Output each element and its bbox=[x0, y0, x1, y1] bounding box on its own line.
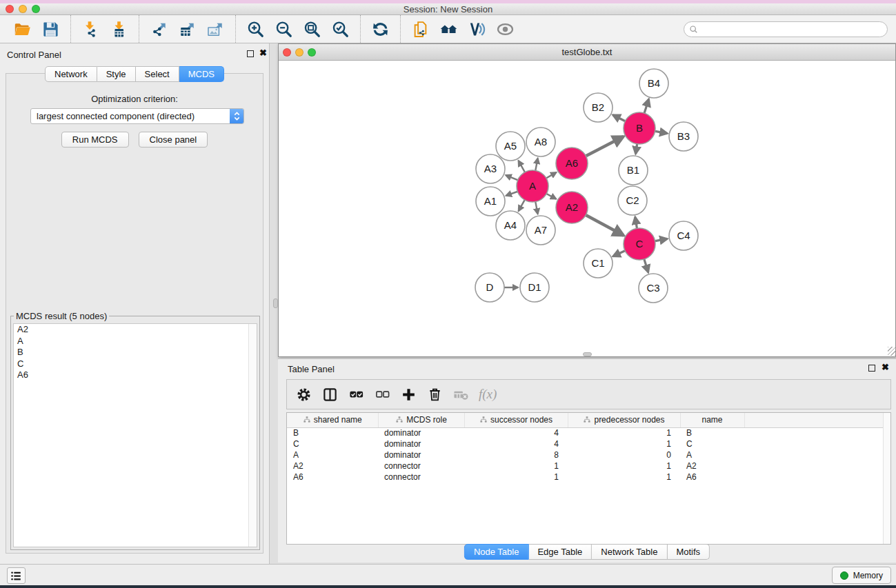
close-panel-button[interactable]: Close panel bbox=[139, 132, 208, 148]
close-panel-icon[interactable]: ✖ bbox=[259, 50, 267, 57]
mcds-result-item[interactable]: A2 bbox=[14, 324, 257, 336]
network-canvas[interactable]: B4B2BB3A5A8A6A3B1AA1C2A2A4A7CC4C1C3DD1 bbox=[279, 61, 895, 356]
tab-network[interactable]: Network bbox=[45, 66, 97, 82]
export-network-button[interactable] bbox=[145, 17, 173, 41]
table-cell[interactable]: 1 bbox=[568, 438, 680, 449]
mcds-result-item[interactable]: A bbox=[14, 336, 257, 347]
table-cell[interactable]: connector bbox=[378, 460, 464, 472]
column-header-predecessor-nodes[interactable]: predecessor nodes bbox=[568, 413, 680, 427]
graphics-details-button[interactable] bbox=[463, 17, 491, 41]
network-horizontal-scroll-thumb[interactable] bbox=[583, 352, 592, 356]
graph-edge-A-A1[interactable] bbox=[506, 192, 519, 196]
tab-node-table[interactable]: Node Table bbox=[464, 544, 529, 560]
export-image-button[interactable] bbox=[201, 17, 230, 41]
tab-style[interactable]: Style bbox=[97, 66, 136, 82]
column-header-successor-nodes[interactable]: successor nodes bbox=[464, 413, 568, 427]
column-header-shared-name[interactable]: shared name bbox=[287, 413, 378, 427]
table-cell[interactable]: 8 bbox=[464, 449, 568, 460]
float-panel-icon[interactable] bbox=[247, 50, 254, 57]
table-cell[interactable]: 1 bbox=[464, 460, 568, 472]
graph-edge-A-A5[interactable] bbox=[519, 161, 526, 173]
table-cell[interactable]: B bbox=[287, 427, 378, 438]
graph-edge-B-B1[interactable] bbox=[636, 143, 637, 154]
table-cell[interactable]: B bbox=[680, 427, 744, 438]
table-cell[interactable]: A2 bbox=[680, 460, 744, 472]
table-row[interactable]: A2connector11A2 bbox=[287, 460, 890, 472]
graph-edge-A-A8[interactable] bbox=[535, 159, 538, 172]
tab-mcds[interactable]: MCDS bbox=[179, 66, 224, 82]
table-row[interactable]: Bdominator41B bbox=[287, 427, 890, 438]
import-table-button[interactable] bbox=[105, 17, 133, 41]
delete-table-button[interactable] bbox=[452, 385, 469, 403]
tab-select[interactable]: Select bbox=[136, 66, 179, 82]
task-history-button[interactable] bbox=[7, 567, 26, 584]
column-settings-button[interactable] bbox=[295, 385, 312, 403]
graph-edge-C-C1[interactable] bbox=[613, 250, 626, 256]
table-float-panel-icon[interactable] bbox=[868, 365, 875, 372]
table-cell[interactable]: 0 bbox=[568, 449, 680, 460]
mcds-result-item[interactable]: C bbox=[14, 358, 257, 370]
mcds-result-list[interactable]: A2ABCA6 bbox=[13, 323, 257, 547]
graph-edge-A-A6[interactable] bbox=[546, 172, 557, 179]
graph-edge-C-C2[interactable] bbox=[635, 217, 637, 230]
table-cell[interactable]: 1 bbox=[568, 472, 680, 483]
graph-edge-B-B4[interactable] bbox=[644, 99, 649, 114]
deselect-all-columns-button[interactable] bbox=[374, 385, 390, 403]
graph-edge-B-B2[interactable] bbox=[613, 115, 626, 122]
mcds-result-item[interactable]: A6 bbox=[14, 369, 257, 381]
graph-edge-C-C3[interactable] bbox=[644, 258, 648, 272]
export-table-button[interactable] bbox=[173, 17, 201, 41]
table-cell[interactable]: A6 bbox=[680, 472, 744, 483]
refresh-button[interactable] bbox=[366, 17, 395, 41]
save-session-button[interactable] bbox=[37, 17, 65, 41]
show-networks-home-button[interactable] bbox=[435, 17, 463, 41]
table-cell[interactable]: C bbox=[287, 438, 378, 449]
tab-edge-table[interactable]: Edge Table bbox=[528, 544, 592, 560]
import-network-button[interactable] bbox=[77, 17, 105, 41]
zoom-fit-button[interactable] bbox=[298, 17, 326, 41]
table-cell[interactable]: A6 bbox=[287, 472, 378, 483]
criterion-dropdown[interactable]: largest connected component (directed) bbox=[30, 108, 244, 124]
network-window-titlebar[interactable]: testGlobe.txt bbox=[279, 44, 895, 61]
new-network-from-selection-button[interactable] bbox=[406, 17, 435, 41]
search-input[interactable] bbox=[684, 21, 888, 37]
tab-network-table[interactable]: Network Table bbox=[592, 544, 667, 560]
table-cell[interactable]: 4 bbox=[464, 427, 568, 438]
run-mcds-button[interactable]: Run MCDS bbox=[61, 132, 129, 148]
function-builder-button[interactable]: f(x) bbox=[479, 387, 497, 402]
graph-edge-A2-C[interactable] bbox=[585, 215, 624, 236]
network-vertical-scroll-thumb[interactable] bbox=[273, 298, 278, 308]
table-cell[interactable]: 1 bbox=[464, 472, 568, 483]
table-cell[interactable]: A2 bbox=[287, 460, 378, 472]
dropdown-stepper-icon[interactable] bbox=[230, 109, 243, 123]
column-header-name[interactable]: name bbox=[680, 413, 744, 427]
create-column-button[interactable] bbox=[400, 385, 417, 403]
table-scrollbar[interactable] bbox=[883, 413, 890, 544]
table-cell[interactable]: connector bbox=[378, 472, 464, 483]
zoom-in-button[interactable] bbox=[241, 17, 270, 41]
zoom-out-button[interactable] bbox=[270, 17, 298, 41]
table-cell[interactable]: dominator bbox=[378, 438, 464, 449]
table-cell[interactable]: dominator bbox=[378, 449, 464, 460]
graph-edge-C-C4[interactable] bbox=[655, 239, 668, 241]
column-header-MCDS-role[interactable]: MCDS role bbox=[378, 413, 464, 427]
main-titlebar[interactable]: Session: New Session bbox=[0, 3, 896, 15]
graph-edge-A-A2[interactable] bbox=[546, 194, 556, 199]
tab-motifs[interactable]: Motifs bbox=[667, 544, 710, 560]
table-cell[interactable]: 1 bbox=[568, 427, 680, 438]
mcds-list-scrollbar[interactable] bbox=[248, 324, 257, 547]
table-cell[interactable]: 4 bbox=[464, 438, 568, 449]
network-resize-grip[interactable] bbox=[888, 347, 895, 356]
graph-edge-A-A4[interactable] bbox=[519, 199, 526, 211]
graph-edge-A-A3[interactable] bbox=[506, 175, 518, 181]
graph-edge-A-A7[interactable] bbox=[535, 201, 538, 214]
open-file-button[interactable] bbox=[8, 17, 37, 41]
network-view-window[interactable]: testGlobe.txt B4B2BB3A5A8A6A3B1AA1C2A2A4… bbox=[278, 43, 896, 357]
table-cell[interactable]: A bbox=[287, 449, 378, 460]
memory-button[interactable]: Memory bbox=[832, 567, 891, 584]
table-row[interactable]: Adominator80A bbox=[287, 449, 890, 460]
table-cell[interactable]: C bbox=[680, 438, 744, 449]
zoom-selected-button[interactable] bbox=[326, 17, 355, 41]
select-all-columns-button[interactable] bbox=[348, 385, 364, 403]
table-cell[interactable]: 1 bbox=[568, 460, 680, 472]
